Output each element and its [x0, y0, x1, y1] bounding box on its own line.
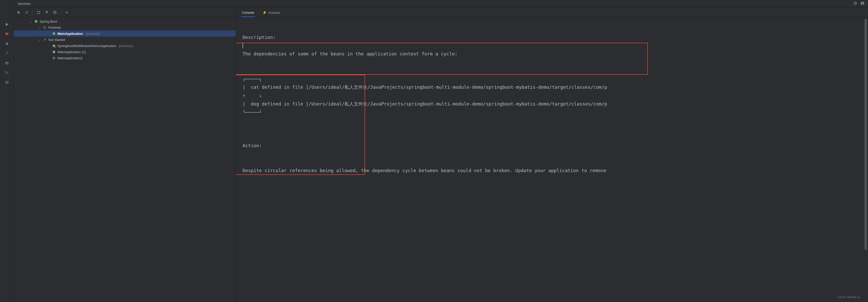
console-line: Despite circular references being allowe… [243, 168, 606, 173]
svg-point-4 [53, 32, 55, 35]
tab-console[interactable]: Console [241, 9, 255, 17]
chevron-down-icon: ⌄ [38, 38, 41, 41]
svg-rect-0 [6, 43, 8, 45]
spring-leaf-x-icon [52, 50, 56, 54]
add-icon[interactable] [65, 10, 69, 15]
exit-icon[interactable] [4, 70, 9, 75]
console-line: └─────┘ [243, 110, 262, 115]
watermark-text: CSDN @ideal-cs [837, 295, 860, 299]
tree-node-main-application[interactable]: MainApplication [devtools] [14, 31, 236, 37]
tab-label: Console [242, 11, 254, 14]
wrench-icon[interactable] [4, 51, 9, 56]
svg-point-8 [53, 57, 55, 59]
text-cursor [243, 43, 243, 48]
tree-label: SpringbootMultiModuleDemoApplication [58, 44, 116, 48]
tree-node-spring-boot[interactable]: ⌄ Spring Boot [14, 18, 236, 24]
tree-node-main-application-2[interactable]: MainApplication2 [14, 55, 236, 61]
actuator-icon: ⚡ [262, 10, 267, 14]
highlight-box-1 [236, 43, 648, 75]
console-line: ↑ ↓ [243, 93, 262, 98]
tree-node-not-started[interactable]: ⌄ Not Started [14, 37, 236, 43]
tree-label: MainApplication [58, 32, 83, 36]
tree-label: Spring Boot [40, 20, 57, 23]
camera-icon[interactable] [4, 61, 9, 66]
chevron-down-icon: ⌄ [38, 26, 41, 29]
scrollbar[interactable] [864, 19, 867, 300]
console-pane: Console ⚡ Actuator Description: The depe… [236, 8, 868, 302]
tab-label: Actuator [268, 11, 280, 14]
bug-icon[interactable] [4, 32, 9, 37]
run-config-tree-pane: ⌄ Spring Boot ⌄ Finished MainApplication… [14, 8, 236, 302]
tree-suffix: [devtools] [119, 44, 133, 48]
tab-actuator[interactable]: ⚡ Actuator [261, 8, 281, 17]
refresh-icon [43, 25, 47, 29]
console-line: ┌─────┐ [243, 76, 262, 82]
console-line: | cat defined in file [/Users/ideal/私人文件… [243, 84, 607, 90]
spring-leaf-icon [52, 32, 56, 36]
spring-leaf-dim-icon [52, 56, 56, 60]
wrench-small-icon [43, 38, 47, 42]
console-output[interactable]: Description: The dependencies of some of… [236, 17, 868, 302]
gear-icon[interactable] [860, 1, 864, 6]
target-icon[interactable] [853, 1, 857, 6]
expand-all-icon[interactable] [16, 10, 21, 15]
tree-node-main-application-1[interactable]: MainApplication (1) [14, 49, 236, 55]
tree-node-multimodule-app[interactable]: SpringbootMultiModuleDemoApplication [de… [14, 43, 236, 49]
stop-icon[interactable] [4, 41, 9, 46]
run-config-tree[interactable]: ⌄ Spring Boot ⌄ Finished MainApplication… [14, 17, 236, 61]
tree-toolbar [14, 8, 236, 17]
group-icon[interactable] [53, 10, 57, 15]
console-line: The dependencies of some of the beans in… [243, 51, 457, 56]
tree-label: MainApplication2 [58, 56, 83, 60]
svg-point-6 [54, 46, 56, 48]
spring-boot-icon [34, 19, 38, 23]
panel-title: Services [18, 2, 31, 6]
tree-label: MainApplication (1) [58, 50, 86, 54]
console-line: Action: [243, 143, 262, 148]
console-line: | dog defined in file [/Users/ideal/私人文件… [243, 101, 607, 107]
services-panel: Services ⌄ [14, 0, 868, 302]
filter-icon[interactable] [44, 10, 49, 15]
console-line: Description: [243, 35, 276, 40]
tree-suffix: [devtools] [86, 32, 100, 36]
left-tool-rail [0, 0, 14, 302]
scrollbar-thumb[interactable] [864, 19, 867, 250]
console-tabs: Console ⚡ Actuator [236, 8, 868, 17]
spring-leaf-error-icon [52, 44, 56, 48]
svg-point-3 [35, 20, 38, 23]
layout-icon[interactable] [4, 80, 9, 85]
tree-label: Finished [48, 26, 61, 29]
panel-title-bar: Services [14, 0, 868, 8]
play-icon[interactable] [4, 22, 9, 27]
tree-node-finished[interactable]: ⌄ Finished [14, 24, 236, 31]
tree-label: Not Started [48, 38, 65, 42]
grid-icon[interactable] [36, 10, 41, 15]
svg-point-2 [855, 3, 856, 4]
chevron-down-icon: ⌄ [29, 20, 33, 23]
collapse-all-icon[interactable] [24, 10, 29, 15]
